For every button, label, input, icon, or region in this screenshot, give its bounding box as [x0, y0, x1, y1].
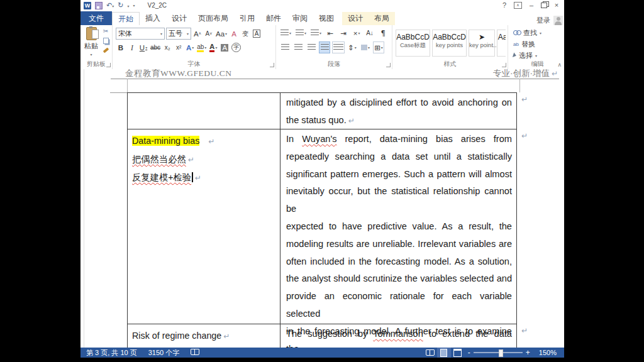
character-border-icon[interactable]: A: [252, 28, 262, 39]
zoom-in-button[interactable]: +: [523, 348, 533, 357]
tab-mailings[interactable]: 邮件: [260, 12, 287, 25]
font-name-select[interactable]: 宋体▾: [116, 28, 165, 40]
subscript-button[interactable]: x₂: [162, 42, 172, 53]
find-button[interactable]: 查找▾: [513, 28, 541, 38]
cut-icon[interactable]: ✂: [101, 27, 110, 35]
paste-button[interactable]: 粘贴▾: [82, 27, 100, 58]
tab-view[interactable]: 视图: [313, 12, 340, 25]
tab-insert[interactable]: 插入: [140, 12, 166, 25]
format-painter-icon[interactable]: [101, 46, 110, 54]
proofing-status-icon[interactable]: [185, 349, 205, 356]
table-cell[interactable]: [128, 93, 280, 129]
shrink-font-button[interactable]: A˅: [204, 28, 214, 39]
distribute-button[interactable]: [333, 42, 344, 53]
highlight-color-button[interactable]: ab: [196, 42, 207, 53]
sign-in-link[interactable]: 登录: [536, 16, 550, 25]
redo-icon[interactable]: ↻: [118, 1, 123, 9]
replace-button[interactable]: ab替换: [513, 39, 535, 49]
italic-button[interactable]: I: [127, 42, 137, 53]
line-spacing-button[interactable]: ⇕: [347, 42, 357, 53]
zoom-slider[interactable]: [474, 352, 523, 353]
decrease-indent-button[interactable]: ⇤: [325, 28, 335, 38]
font-size-select[interactable]: 五号▾: [166, 28, 191, 40]
zoom-out-button[interactable]: -: [465, 348, 474, 357]
word-count[interactable]: 3150 个字: [143, 348, 186, 358]
avatar[interactable]: [553, 16, 563, 25]
close-button[interactable]: ×: [553, 1, 560, 10]
select-button[interactable]: 选择▾: [513, 50, 537, 60]
style-partial[interactable]: AaB: [497, 30, 506, 57]
align-right-button[interactable]: [306, 42, 316, 53]
minimize-button[interactable]: –: [528, 1, 535, 10]
bold-button[interactable]: B: [116, 42, 126, 53]
strikethrough-button[interactable]: abc: [150, 42, 161, 53]
style-key-point-2[interactable]: ➤ key point...: [469, 30, 495, 57]
restore-icon[interactable]: [541, 3, 547, 8]
font-dialog-launcher[interactable]: [270, 63, 274, 67]
multilevel-list-button[interactable]: [310, 28, 322, 38]
word-window: W ↶▾ ↻ ▾ ▾ V2_2C ? ∧ – × 文件 开始 插入 设计 页面布…: [80, 0, 564, 358]
zoom-level[interactable]: 150%: [533, 349, 564, 356]
borders-button[interactable]: ⊞: [374, 42, 384, 53]
change-case-button[interactable]: Aa: [215, 28, 228, 39]
page-indicator[interactable]: 第 3 页, 共 10 页: [80, 348, 143, 358]
style-key-points[interactable]: AaBbCcD key points: [432, 30, 467, 57]
numbering-button[interactable]: [295, 28, 307, 38]
select-icon: [513, 52, 517, 58]
sort-button[interactable]: A↓: [365, 28, 375, 38]
show-hide-pilcrow-button[interactable]: ¶: [378, 28, 388, 38]
enclose-characters-button[interactable]: 字: [231, 42, 242, 53]
underline-button[interactable]: U: [138, 42, 148, 53]
text-boundary-right: [519, 79, 520, 92]
table-cell[interactable]: Data-mining bias↵ 把偶然当必然↵ 反复建模+检验↵: [128, 129, 280, 324]
document-area[interactable]: 金程教育WWW.GFEDU.CN 专业·创新·增值↵ mitigated by …: [80, 69, 564, 348]
superscript-button[interactable]: x²: [174, 42, 184, 53]
shading-button[interactable]: [360, 42, 370, 53]
table-cell[interactable]: The suggestion by Tommanson to extend th…: [280, 324, 516, 348]
read-mode-button[interactable]: [423, 348, 437, 358]
web-layout-icon: [453, 349, 462, 357]
tab-review[interactable]: 审阅: [287, 12, 313, 25]
table-cell-line: In Wuyan's report, data-mining bias aris…: [286, 131, 512, 148]
paragraph-dialog-launcher[interactable]: [386, 63, 391, 67]
undo-button[interactable]: ↶▾: [106, 1, 114, 9]
web-layout-button[interactable]: [451, 348, 465, 358]
asian-layout-button[interactable]: ×: [352, 28, 362, 38]
table-cell[interactable]: In Wuyan's report, data-mining bias aris…: [280, 129, 516, 324]
table-cell[interactable]: mitigated by a disciplined effort to avo…: [280, 93, 516, 129]
collapse-ribbon-icon[interactable]: ∧: [557, 62, 562, 68]
tab-table-layout[interactable]: 布局: [369, 12, 395, 25]
style-case-title[interactable]: AaBbCcD Case标题: [396, 30, 430, 57]
align-left-button[interactable]: [280, 42, 290, 53]
text-effects-button[interactable]: A: [185, 42, 195, 53]
justify-button[interactable]: [319, 42, 330, 53]
increase-indent-button[interactable]: ⇥: [338, 28, 348, 38]
grow-font-button[interactable]: A˄: [192, 28, 203, 39]
table-cell-line: mitigated by a disciplined effort to avo…: [286, 94, 512, 112]
bullets-button[interactable]: [280, 28, 292, 38]
help-button[interactable]: ?: [501, 1, 508, 10]
align-center-button[interactable]: [293, 42, 303, 53]
clear-formatting-icon[interactable]: A: [229, 28, 239, 39]
character-shading-button[interactable]: A: [219, 42, 230, 53]
styles-dialog-launcher[interactable]: [502, 63, 506, 67]
tab-design[interactable]: 设计: [166, 12, 192, 25]
content-table[interactable]: mitigated by a disciplined effort to avo…: [127, 92, 517, 348]
print-layout-button[interactable]: [437, 348, 451, 358]
table-cell[interactable]: Risk of regime change↵: [128, 324, 280, 348]
font-color-button[interactable]: A: [208, 42, 218, 53]
phonetic-guide-icon[interactable]: 变: [240, 28, 250, 39]
tab-page-layout[interactable]: 页面布局: [192, 12, 234, 25]
zoom-slider-thumb[interactable]: [499, 349, 503, 357]
save-icon[interactable]: [95, 2, 103, 9]
tab-table-design[interactable]: 设计: [342, 12, 369, 25]
tab-references[interactable]: 引用: [234, 12, 260, 25]
clipboard-dialog-launcher[interactable]: [106, 63, 111, 67]
tab-home[interactable]: 开始: [112, 12, 140, 25]
ribbon-display-options-icon[interactable]: ∧: [514, 2, 522, 9]
touch-mode-button[interactable]: ▾: [127, 2, 129, 9]
tab-file[interactable]: 文件: [80, 11, 112, 25]
copy-icon[interactable]: [101, 36, 110, 45]
customize-qat-icon[interactable]: ▾: [133, 3, 135, 8]
table-cell-line: repeatedly searching a data set until a …: [286, 148, 512, 166]
